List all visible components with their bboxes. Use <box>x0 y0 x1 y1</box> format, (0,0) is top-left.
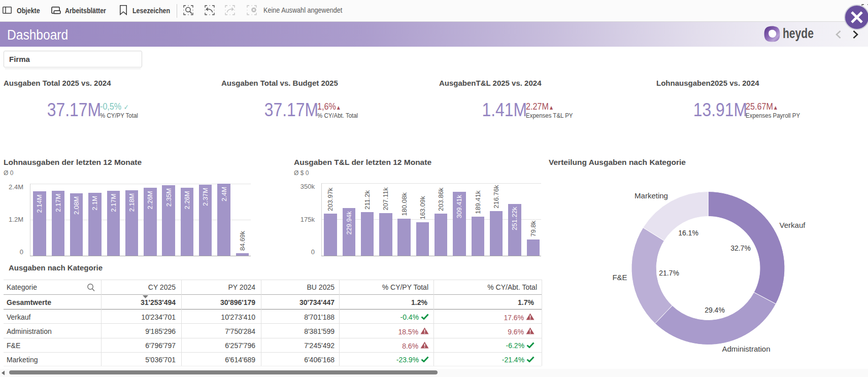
svg-text:163.09k: 163.09k <box>419 196 426 220</box>
svg-text:16.1%: 16.1% <box>678 229 698 237</box>
svg-text:203.97k: 203.97k <box>326 187 334 211</box>
svg-text:32.7%: 32.7% <box>730 244 751 252</box>
svg-text:Verkauf: Verkauf <box>780 221 806 229</box>
svg-text:2.4M: 2.4M <box>220 187 228 201</box>
svg-text:2.17M: 2.17M <box>110 194 117 212</box>
svg-text:84.69k: 84.69k <box>239 230 246 251</box>
svg-text:Marketing: Marketing <box>635 191 668 200</box>
svg-text:2.17M: 2.17M <box>54 194 62 212</box>
svg-text:0: 0 <box>20 248 23 256</box>
svg-text:2.14M: 2.14M <box>36 194 44 213</box>
svg-text:0: 0 <box>311 248 315 256</box>
svg-text:29.4%: 29.4% <box>705 306 725 314</box>
svg-text:2.4M: 2.4M <box>9 183 23 191</box>
svg-text:309.41k: 309.41k <box>456 194 463 218</box>
svg-text:2.08M: 2.08M <box>73 196 80 215</box>
svg-text:211.2k: 211.2k <box>363 190 371 210</box>
svg-text:229.94k: 229.94k <box>345 211 353 235</box>
svg-text:350k: 350k <box>301 183 315 190</box>
svg-text:2.1M: 2.1M <box>91 196 98 211</box>
svg-text:203.86k: 203.86k <box>437 187 445 211</box>
svg-text:2.26M: 2.26M <box>183 191 191 209</box>
svg-text:2.18M: 2.18M <box>128 193 136 212</box>
svg-text:2.37M: 2.37M <box>202 188 209 206</box>
svg-text:79.8k: 79.8k <box>529 220 537 236</box>
svg-text:2.26M: 2.26M <box>146 191 154 209</box>
svg-text:180.08k: 180.08k <box>400 192 408 216</box>
svg-text:1.2M: 1.2M <box>9 216 23 223</box>
svg-text:2.35M: 2.35M <box>165 188 173 207</box>
svg-text:Administration: Administration <box>722 345 770 353</box>
svg-text:21.7%: 21.7% <box>659 269 679 277</box>
svg-text:175k: 175k <box>301 216 315 223</box>
svg-text:216.76k: 216.76k <box>492 185 500 209</box>
svg-text:189.41k: 189.41k <box>474 190 482 214</box>
svg-text:207.11k: 207.11k <box>382 187 389 211</box>
svg-text:F&E: F&E <box>612 273 627 282</box>
svg-text:251.22k: 251.22k <box>511 207 518 230</box>
